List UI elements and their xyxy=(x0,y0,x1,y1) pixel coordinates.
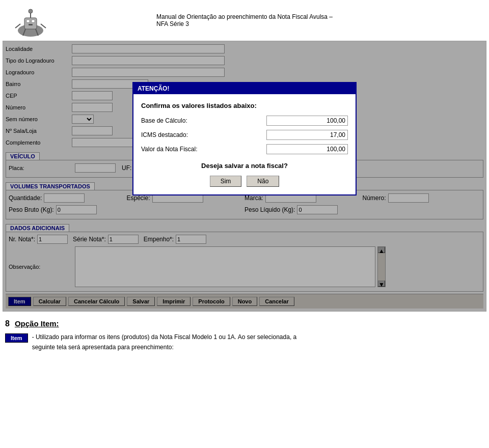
svg-rect-2 xyxy=(26,20,30,22)
lower-item-button[interactable]: Item xyxy=(5,333,28,343)
lower-section: 8 Opção Item: Item - Utilizado para info… xyxy=(0,312,489,356)
valor-nf-value: 100,00 xyxy=(266,144,348,154)
svg-rect-1 xyxy=(24,18,37,29)
icms-value: 17,00 xyxy=(266,130,348,140)
page-header: Manual de Orientação ao preenchimento da… xyxy=(0,0,489,41)
lower-description: - Utilizado para informar os itens (prod… xyxy=(32,333,297,351)
modal-question: Deseja salvar a nota fiscal? xyxy=(141,162,348,170)
icms-label: ICMS destacado: xyxy=(141,131,188,138)
section-number: 8 xyxy=(5,319,10,328)
modal-overlay: ATENÇÃO! Confirma os valores listados ab… xyxy=(3,41,486,311)
valor-nf-label: Valor da Nota Fiscal: xyxy=(141,146,198,153)
modal-header: ATENÇÃO! xyxy=(133,83,356,94)
lower-content: Item - Utilizado para informar os itens … xyxy=(5,333,484,351)
section-title: Opção Item: xyxy=(15,319,59,328)
base-calc-row: Base de Cálculo: 100,00 xyxy=(141,116,348,126)
page-title: Manual de Orientação ao preenchimento da… xyxy=(156,13,333,27)
icms-row: ICMS destacado: 17,00 xyxy=(141,130,348,140)
base-calc-label: Base de Cálculo: xyxy=(141,117,187,124)
logo xyxy=(10,3,51,38)
description-text: - Utilizado para informar os itens (prod… xyxy=(32,333,297,341)
svg-point-6 xyxy=(29,9,33,13)
modal-content: Confirma os valores listados abaixo: Bas… xyxy=(133,94,356,194)
nao-button[interactable]: Não xyxy=(247,176,279,187)
svg-line-7 xyxy=(15,24,20,28)
main-form: Localidade Tipo do Logradouro Logradouro… xyxy=(3,41,486,312)
svg-line-8 xyxy=(41,24,46,28)
svg-rect-3 xyxy=(32,20,35,22)
valor-nf-row: Valor da Nota Fiscal: 100,00 xyxy=(141,144,348,154)
modal-title: Confirma os valores listados abaixo: xyxy=(141,102,348,109)
modal-box: ATENÇÃO! Confirma os valores listados ab… xyxy=(132,82,357,195)
section-heading-row: 8 Opção Item: xyxy=(5,319,484,328)
sim-button[interactable]: Sim xyxy=(210,176,242,187)
svg-rect-4 xyxy=(29,24,33,25)
base-calc-value: 100,00 xyxy=(266,116,348,126)
description-para: seguinte tela será apresentada para pree… xyxy=(32,344,297,351)
modal-buttons: Sim Não xyxy=(141,176,348,187)
